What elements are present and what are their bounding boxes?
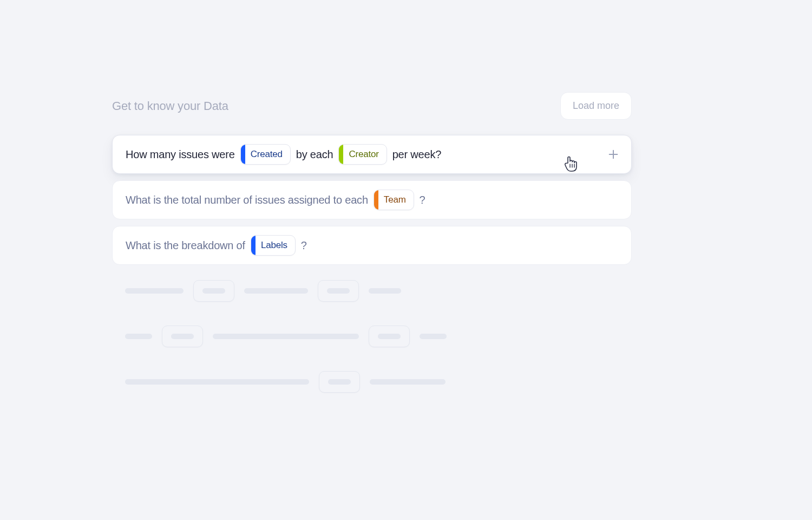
question-part-text: How many issues were [126, 148, 235, 161]
chip-accent [374, 190, 378, 210]
question-card-placeholder [112, 362, 632, 401]
placeholder-chip-label [171, 334, 194, 339]
question-card-placeholder [112, 317, 632, 356]
question-part-text: What is the total number of issues assig… [126, 194, 368, 206]
placeholder-row [125, 371, 446, 393]
placeholder-row [125, 280, 401, 302]
placeholder-text [125, 288, 184, 294]
question-part-text: per week? [392, 148, 441, 161]
add-question-button[interactable] [607, 148, 619, 160]
question-text: How many issues were Created by each Cre… [126, 144, 441, 165]
placeholder-row [125, 326, 447, 347]
placeholder-text [125, 334, 152, 339]
question-text: What is the breakdown of Labels ? [126, 235, 307, 256]
chip-label: Creator [343, 149, 386, 160]
question-text: What is the total number of issues assig… [126, 190, 425, 210]
chip-accent [241, 145, 245, 164]
load-more-button[interactable]: Load more [560, 92, 632, 120]
question-card-placeholder [112, 271, 632, 310]
question-part-text: by each [296, 148, 333, 161]
placeholder-chip [319, 371, 360, 393]
placeholder-chip-label [327, 288, 350, 294]
field-chip-team[interactable]: Team [374, 190, 414, 210]
placeholder-chip-label [378, 334, 401, 339]
placeholder-text [213, 334, 359, 339]
question-part-text: ? [420, 194, 425, 206]
placeholder-chip [318, 280, 359, 302]
chip-label: Team [378, 194, 414, 205]
field-chip-creator[interactable]: Creator [338, 144, 387, 165]
field-chip-labels[interactable]: Labels [251, 235, 296, 256]
question-card[interactable]: What is the breakdown of Labels ? [112, 226, 632, 265]
placeholder-chip-label [202, 288, 225, 294]
placeholder-text [125, 379, 309, 385]
placeholder-text [420, 334, 447, 339]
placeholder-text [244, 288, 308, 294]
field-chip-created[interactable]: Created [240, 144, 291, 165]
placeholder-chip-label [328, 379, 351, 385]
question-card[interactable]: How many issues were Created by each Cre… [112, 135, 632, 174]
section-title: Get to know your Data [112, 99, 228, 113]
placeholder-chip [193, 280, 234, 302]
chip-label: Labels [256, 240, 295, 251]
placeholder-chip [369, 326, 410, 347]
question-part-text: ? [301, 239, 307, 252]
chip-label: Created [245, 149, 290, 160]
chip-accent [339, 145, 343, 164]
placeholder-text [370, 379, 446, 385]
question-card[interactable]: What is the total number of issues assig… [112, 180, 632, 219]
question-part-text: What is the breakdown of [126, 239, 245, 252]
chip-accent [251, 236, 256, 255]
placeholder-chip [162, 326, 203, 347]
placeholder-text [369, 288, 401, 294]
